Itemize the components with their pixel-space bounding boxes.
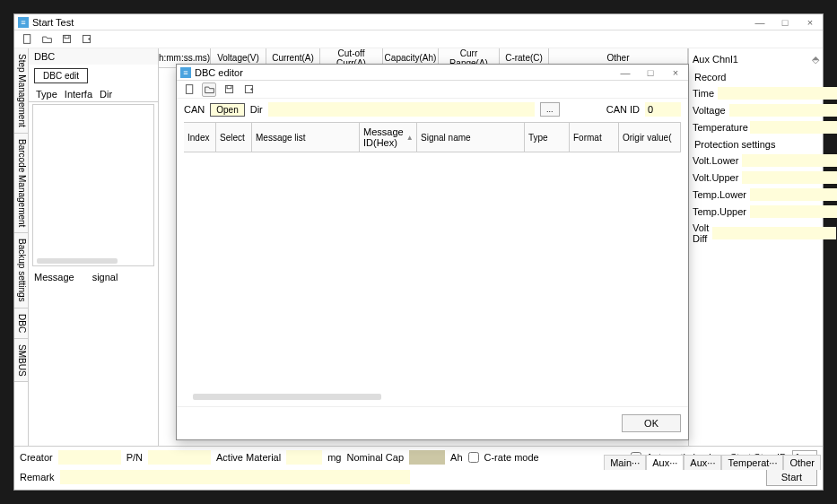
lbl-vupper: Volt.Upper (693, 172, 738, 183)
modal-save-icon[interactable] (222, 83, 236, 97)
minimize-button[interactable]: — (751, 16, 769, 29)
main-toolbar (14, 30, 823, 48)
open-button[interactable]: Open (210, 103, 244, 117)
canid-label: CAN ID (606, 104, 640, 115)
modal-minimize-button[interactable]: — (616, 66, 634, 79)
input-nominal-cap[interactable] (409, 450, 445, 465)
gh-message-id[interactable]: Message ID(Hex)▲ (360, 123, 417, 152)
svg-rect-2 (65, 35, 69, 38)
modal-maximize-button[interactable]: □ (641, 66, 659, 79)
save-icon[interactable] (59, 32, 74, 47)
col-type[interactable]: Type (32, 89, 61, 100)
row-vdiff: Volt Diff V (693, 222, 819, 245)
lbl-remark: Remark (20, 472, 55, 482)
input-tupper[interactable] (750, 205, 837, 218)
input-vdiff[interactable] (712, 227, 836, 239)
tab-other[interactable]: Other (783, 455, 821, 470)
modal-grid-header: Index Select Message list Message ID(Hex… (184, 123, 681, 152)
input-pn[interactable] (148, 450, 211, 465)
dbc-grid-body (32, 104, 154, 266)
vtab-barcode-management[interactable]: Barcode Management (14, 134, 28, 233)
lbl-nominal-cap: Nominal Cap (346, 452, 404, 463)
modal-new-icon[interactable] (182, 83, 196, 97)
vtab-dbc[interactable]: DBC (14, 308, 28, 339)
modal-grid-body (184, 152, 681, 403)
modal-open-icon[interactable] (202, 83, 216, 97)
row-temp: Temperature ℃ (693, 120, 819, 135)
lbl-mg: mg (327, 452, 341, 463)
col-interfa[interactable]: Interfa (61, 89, 96, 100)
svg-rect-4 (186, 85, 192, 94)
input-remark[interactable] (60, 470, 411, 484)
svg-rect-0 (23, 35, 30, 44)
browse-button[interactable]: ... (540, 102, 560, 117)
gh-message-list[interactable]: Message list (252, 123, 360, 152)
tab-main[interactable]: Main··· (604, 455, 646, 470)
protection-label: Protection settings (693, 137, 819, 151)
gh-format[interactable]: Format (570, 123, 619, 152)
lbl-time: Time (693, 88, 714, 99)
dbc-grid-header: Type Interfa Dir (29, 87, 158, 102)
row-time: Time s (693, 86, 819, 100)
gh-index[interactable]: Index (184, 123, 216, 152)
bottom-row-2: Remark Start (20, 468, 817, 486)
tab-aux2[interactable]: Aux··· (684, 455, 721, 470)
input-vupper[interactable] (742, 171, 837, 184)
modal-close-button[interactable]: × (667, 66, 684, 79)
input-creator[interactable] (58, 450, 121, 465)
dbc-grid-hscroll[interactable] (37, 258, 118, 264)
saveas-icon[interactable] (79, 32, 93, 47)
col-dir[interactable]: Dir (96, 89, 116, 100)
sort-asc-icon: ▲ (406, 134, 414, 142)
open-icon[interactable] (39, 32, 54, 47)
gh-select[interactable]: Select (216, 123, 252, 152)
input-time[interactable] (718, 87, 837, 100)
modal-toolbar (177, 81, 688, 99)
checkbox-crate-mode[interactable] (468, 452, 479, 463)
input-vlower[interactable] (742, 154, 837, 167)
message-label[interactable]: Message (34, 272, 74, 282)
row-vlower: Volt.Lower V (693, 153, 819, 168)
ok-button[interactable]: OK (622, 414, 681, 432)
modal-titlebar: ≡ DBC editor — □ × (177, 65, 688, 81)
input-voltage[interactable] (729, 104, 837, 117)
lbl-active-material: Active Material (216, 452, 281, 463)
signal-label[interactable]: signal (92, 272, 118, 282)
input-tlower[interactable] (750, 188, 837, 201)
vertical-tabs: Step Management Barcode Management Backu… (14, 48, 29, 446)
gh-signal-name[interactable]: Signal name (417, 123, 525, 152)
record-label: Record (693, 70, 819, 83)
new-icon[interactable] (20, 32, 34, 47)
maximize-button[interactable]: □ (776, 16, 794, 29)
gh-type[interactable]: Type (525, 123, 570, 152)
input-temp[interactable] (750, 121, 837, 134)
main-window: ≡ Start Test — □ × Step Management Barco… (13, 13, 824, 491)
can-row: CAN Open Dir ... CAN ID (184, 102, 681, 117)
dir-label: Dir (250, 104, 263, 115)
can-label: CAN (184, 104, 205, 115)
pin-icon[interactable]: ⬘ (812, 54, 819, 65)
row-vupper: Volt.Upper V (693, 170, 819, 185)
tab-temperature[interactable]: Temperat··· (721, 455, 783, 470)
modal-body: CAN Open Dir ... CAN ID Index Select Mes… (177, 99, 688, 406)
dbc-edit-button[interactable]: DBC edit (34, 68, 88, 83)
modal-grid-hscroll[interactable] (193, 394, 381, 400)
lbl-pn: P/N (126, 452, 143, 463)
tab-aux1[interactable]: Aux··· (646, 455, 684, 470)
vtab-backup-settings[interactable]: Backup settings (14, 233, 28, 308)
gh-orig-value[interactable]: Origir value( (619, 123, 681, 152)
modal-saveas-icon[interactable] (241, 83, 256, 97)
dir-input[interactable] (268, 102, 535, 117)
close-button[interactable]: × (801, 16, 819, 29)
aux-title-row: Aux Chnl1 ⬘ (693, 52, 819, 67)
aux-title: Aux Chnl1 (693, 54, 738, 65)
dbc-panel: DBC DBC edit Type Interfa Dir Message si… (29, 48, 159, 446)
canid-input[interactable] (645, 102, 681, 117)
input-active-material[interactable] (286, 450, 322, 465)
vtab-smbus[interactable]: SMBUS (14, 339, 28, 383)
app-icon: ≡ (18, 17, 29, 28)
svg-rect-6 (227, 85, 231, 88)
vtab-step-management[interactable]: Step Management (14, 48, 28, 134)
start-button[interactable]: Start (766, 468, 817, 486)
lbl-tlower: Temp.Lower (693, 189, 746, 200)
